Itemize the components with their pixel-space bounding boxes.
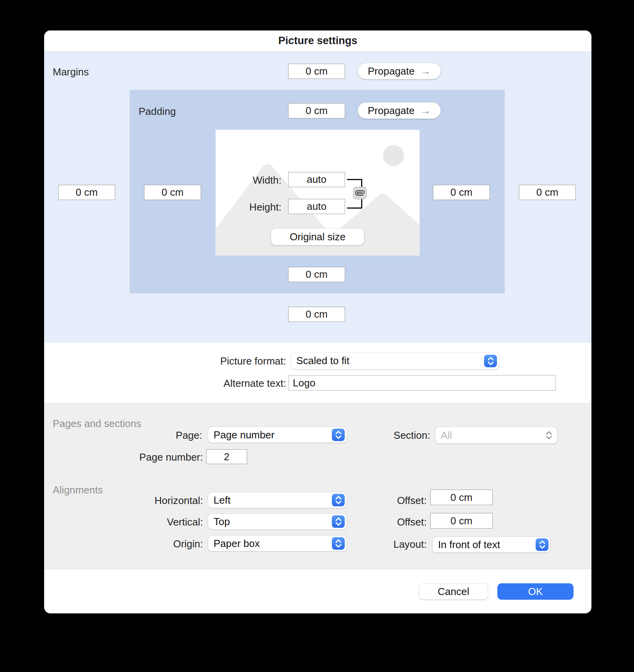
offset-horizontal-input[interactable] bbox=[430, 490, 493, 505]
propagate-padding-label: Propagate bbox=[368, 105, 415, 117]
margins-label: Margins bbox=[53, 66, 89, 78]
height-input[interactable] bbox=[288, 199, 345, 214]
alternate-text-label: Alternate text: bbox=[44, 377, 286, 390]
stepper-icon bbox=[332, 537, 345, 550]
paperclip-icon bbox=[355, 188, 365, 198]
vertical-label: Vertical: bbox=[44, 516, 203, 528]
offset-vertical-input[interactable] bbox=[430, 513, 493, 529]
stepper-icon bbox=[484, 355, 497, 367]
picture-settings-dialog: Picture settings Margins Propagate → Pad… bbox=[44, 30, 591, 613]
original-size-label: Original size bbox=[290, 231, 345, 243]
horizontal-select-value: Left bbox=[214, 494, 230, 506]
section-select-value: All bbox=[441, 429, 452, 441]
stepper-icon bbox=[332, 515, 345, 528]
stepper-icon bbox=[332, 494, 345, 506]
ok-label: OK bbox=[528, 586, 543, 598]
screen-background: Picture settings Margins Propagate → Pad… bbox=[0, 0, 634, 672]
width-input[interactable] bbox=[288, 172, 345, 187]
dialog-titlebar: Picture settings bbox=[44, 30, 591, 52]
margin-right-input[interactable] bbox=[519, 185, 576, 200]
original-size-button[interactable]: Original size bbox=[271, 228, 364, 245]
margin-top-input[interactable] bbox=[288, 64, 345, 79]
picture-format-select[interactable]: Scaled to fit bbox=[291, 352, 499, 369]
padding-right-input[interactable] bbox=[433, 185, 490, 200]
propagate-margins-button[interactable]: Propagate → bbox=[358, 63, 441, 79]
height-label: Height: bbox=[216, 201, 281, 213]
cancel-label: Cancel bbox=[438, 586, 469, 598]
image-preview: Width: Height: Original size bbox=[215, 130, 420, 256]
ok-button[interactable]: OK bbox=[497, 583, 573, 600]
horizontal-select[interactable]: Left bbox=[208, 492, 347, 508]
picture-format-label: Picture format: bbox=[44, 355, 286, 367]
lock-aspect-ratio-toggle[interactable] bbox=[353, 187, 367, 199]
page-label: Page: bbox=[44, 429, 202, 441]
margin-left-input[interactable] bbox=[58, 185, 115, 200]
vertical-select-value: Top bbox=[214, 516, 230, 528]
padding-top-input[interactable] bbox=[288, 103, 345, 118]
padding-bottom-input[interactable] bbox=[288, 267, 345, 282]
sun-shape bbox=[383, 145, 404, 166]
padding-label: Padding bbox=[139, 105, 176, 118]
pages-sections-header: Pages and sections bbox=[53, 418, 141, 430]
stepper-icon bbox=[332, 429, 345, 441]
page-number-label: Page number: bbox=[44, 451, 203, 463]
picture-format-value: Scaled to fit bbox=[296, 355, 349, 367]
padding-left-input[interactable] bbox=[144, 185, 201, 200]
cancel-button[interactable]: Cancel bbox=[419, 583, 488, 600]
layout-select[interactable]: In front of text bbox=[433, 537, 550, 552]
margins-panel: Margins Propagate → Padding Propagate → bbox=[44, 51, 591, 343]
stepper-icon bbox=[536, 538, 549, 551]
origin-select[interactable]: Paper box bbox=[208, 536, 347, 551]
propagate-arrow-icon: → bbox=[420, 66, 431, 77]
width-label: Width: bbox=[216, 174, 281, 186]
page-select-value: Page number bbox=[214, 429, 274, 441]
layout-label: Layout: bbox=[349, 538, 427, 550]
vertical-select[interactable]: Top bbox=[208, 514, 347, 529]
section-label: Section: bbox=[352, 429, 430, 441]
stepper-icon bbox=[542, 429, 555, 441]
propagate-padding-button[interactable]: Propagate → bbox=[358, 102, 441, 119]
propagate-margins-label: Propagate bbox=[368, 65, 415, 77]
horizontal-label: Horizontal: bbox=[44, 495, 203, 507]
dialog-title: Picture settings bbox=[278, 35, 358, 47]
padding-panel: Padding Propagate → Width: bbox=[130, 90, 505, 293]
alternate-text-input[interactable] bbox=[289, 375, 556, 391]
offset-horizontal-label: Offset: bbox=[349, 495, 427, 507]
section-select: All bbox=[435, 427, 557, 443]
offset-vertical-label: Offset: bbox=[349, 516, 427, 528]
page-number-input[interactable] bbox=[206, 449, 247, 464]
origin-label: Origin: bbox=[44, 538, 203, 550]
layout-select-value: In front of text bbox=[438, 539, 500, 551]
margin-bottom-input[interactable] bbox=[288, 307, 345, 322]
propagate-arrow-icon: → bbox=[420, 105, 431, 116]
origin-select-value: Paper box bbox=[214, 538, 260, 550]
page-select[interactable]: Page number bbox=[208, 427, 347, 443]
